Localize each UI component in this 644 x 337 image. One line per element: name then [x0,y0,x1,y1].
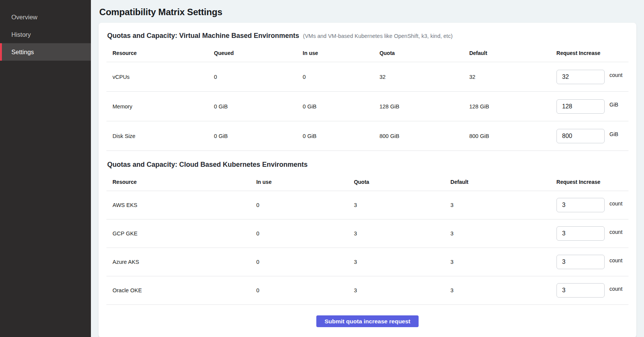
table-row: vCPUs003232count [106,62,628,92]
cell-default: 3 [450,276,556,305]
cell-quota: 3 [354,248,450,276]
cell-default: 3 [450,191,556,219]
table-row: AWS EKS033count [106,191,628,219]
unit-label: GiB [610,102,618,108]
cloud-quota-table: Resource In use Quota Default Request In… [106,173,628,305]
resource-name-cell: Disk Size [106,121,214,151]
unit-label: GiB [610,131,618,137]
vm-section-title: Quotas and Capacity: Virtual Machine Bas… [107,32,299,40]
request-increase-cell: GiB [556,92,628,121]
cell-quota: 800 GiB [380,121,469,151]
request-increase-cell: count [556,219,628,248]
submit-quota-request-button[interactable]: Submit quota increase request [316,315,419,327]
unit-label: count [610,229,622,235]
vm-section-header: Quotas and Capacity: Virtual Machine Bas… [107,32,628,40]
request-increase-cell: count [556,248,628,276]
unit-label: count [610,201,622,207]
unit-label: count [610,72,622,78]
cell-quota: 3 [354,191,450,219]
card-footer: Submit quota increase request [106,305,628,332]
vm-quota-table: Resource Queued In use Quota Default Req… [106,44,628,151]
sidebar-item-overview[interactable]: Overview [0,8,91,26]
cloud-section-header: Quotas and Capacity: Cloud Based Kuberne… [107,161,628,169]
cell-in-use: 0 GiB [303,121,380,151]
column-header-queued: Queued [214,44,303,62]
cell-in-use: 0 GiB [303,92,380,121]
sidebar-item-settings[interactable]: Settings [0,43,91,61]
cell-default: 128 GiB [469,92,556,121]
unit-label: count [610,257,622,263]
cell-queued: 0 GiB [214,121,303,151]
main-content: Compatibility Matrix Settings Quotas and… [91,0,644,337]
table-row: GCP GKE033count [106,219,628,248]
request-increase-cell: count [556,62,628,92]
cloud-section-title: Quotas and Capacity: Cloud Based Kuberne… [107,161,308,169]
request-increase-cell: GiB [556,121,628,151]
unit-label: count [610,286,622,292]
cell-default: 3 [450,248,556,276]
table-row: Oracle OKE033count [106,276,628,305]
column-header-in-use: In use [256,173,354,191]
column-header-request-increase: Request Increase [556,44,628,62]
vm-section-subtitle: (VMs and VM-based Kubernetes like OpenSh… [303,33,453,39]
column-header-resource: Resource [106,44,214,62]
column-header-quota: Quota [354,173,450,191]
cell-quota: 32 [380,62,469,92]
sidebar-item-label: History [11,31,31,38]
resource-name-cell: GCP GKE [106,219,256,248]
cell-queued: 0 [214,62,303,92]
cell-queued: 0 GiB [214,92,303,121]
column-header-resource: Resource [106,173,256,191]
cell-in-use: 0 [303,62,380,92]
cell-in-use: 0 [256,248,354,276]
request-increase-input[interactable] [556,283,605,298]
cell-in-use: 0 [256,191,354,219]
request-increase-cell: count [556,276,628,305]
cell-default: 800 GiB [469,121,556,151]
resource-name-cell: Oracle OKE [106,276,256,305]
cell-quota: 3 [354,219,450,248]
cell-in-use: 0 [256,219,354,248]
vm-table-header-row: Resource Queued In use Quota Default Req… [106,44,628,62]
column-header-in-use: In use [303,44,380,62]
cell-quota: 3 [354,276,450,305]
table-row: Memory0 GiB0 GiB128 GiB128 GiBGiB [106,92,628,121]
sidebar-item-label: Overview [11,14,38,21]
cell-in-use: 0 [256,276,354,305]
page-title: Compatibility Matrix Settings [99,7,636,17]
column-header-quota: Quota [380,44,469,62]
cloud-table-header-row: Resource In use Quota Default Request In… [106,173,628,191]
cell-default: 32 [469,62,556,92]
sidebar-item-history[interactable]: History [0,26,91,43]
request-increase-input[interactable] [556,255,605,269]
request-increase-input[interactable] [556,226,605,241]
resource-name-cell: Azure AKS [106,248,256,276]
request-increase-input[interactable] [556,99,605,114]
cell-quota: 128 GiB [380,92,469,121]
request-increase-input[interactable] [556,70,605,84]
column-header-default: Default [450,173,556,191]
column-header-default: Default [469,44,556,62]
resource-name-cell: AWS EKS [106,191,256,219]
table-row: Disk Size0 GiB0 GiB800 GiB800 GiBGiB [106,121,628,151]
active-indicator [0,43,2,61]
table-row: Azure AKS033count [106,248,628,276]
resource-name-cell: Memory [106,92,214,121]
request-increase-input[interactable] [556,198,605,212]
sidebar-item-label: Settings [11,49,34,56]
settings-card: Quotas and Capacity: Virtual Machine Bas… [98,23,636,337]
resource-name-cell: vCPUs [106,62,214,92]
request-increase-cell: count [556,191,628,219]
cell-default: 3 [450,219,556,248]
sidebar: Overview History Settings [0,0,91,337]
column-header-request-increase: Request Increase [556,173,628,191]
request-increase-input[interactable] [556,129,605,143]
